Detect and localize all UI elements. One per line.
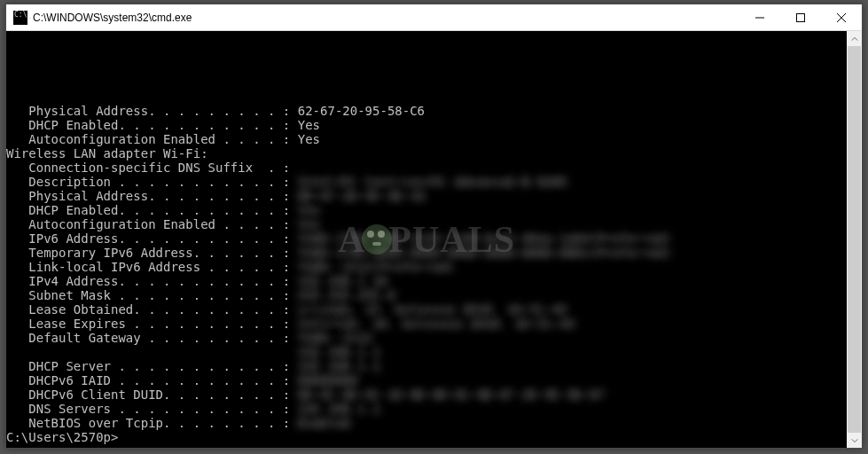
field-label: NetBIOS over Tcpip. . . . . . . . :	[6, 416, 298, 430]
field-value: 08-67-20-95-58-C6	[298, 189, 425, 203]
scroll-up-button[interactable]	[847, 31, 862, 46]
field-label: IPv6 Address. . . . . . . . . . . :	[6, 231, 298, 246]
field-value: 192.168.1.1	[298, 359, 380, 373]
output-row: DHCP Enabled. . . . . . . . . . . : Yes	[6, 118, 847, 132]
field-label: Temporary IPv6 Address. . . . . . :	[6, 246, 298, 260]
field-value: Intel(R) Centrino(R) Advanced-N 6205	[298, 175, 567, 189]
field-value: 00000000	[298, 373, 357, 387]
field-value: fe80::1%12	[298, 331, 372, 345]
command-prompt-window: C:\WINDOWS\system32\cmd.exe Physical Add…	[5, 4, 863, 449]
field-label: Physical Address. . . . . . . . . :	[6, 104, 298, 118]
terminal-output[interactable]: Physical Address. . . . . . . . . : 62-6…	[6, 31, 847, 448]
field-label: Subnet Mask . . . . . . . . . . . :	[6, 288, 298, 302]
maximize-button[interactable]	[780, 4, 821, 31]
output-row: NetBIOS over Tcpip. . . . . . . . : Enab…	[6, 416, 847, 430]
minimize-button[interactable]	[739, 4, 780, 31]
output-row: Subnet Mask . . . . . . . . . . . : 255.…	[6, 288, 847, 302]
field-value: Yes	[298, 118, 320, 132]
output-row: Default Gateway . . . . . . . . . : fe80…	[6, 331, 847, 345]
field-label: Connection-specific DNS Suffix . :	[6, 160, 298, 175]
field-value: Yes	[298, 217, 320, 231]
output-row: Autoconfiguration Enabled . . . . : Yes	[6, 217, 847, 231]
field-label: Default Gateway . . . . . . . . . :	[6, 331, 298, 345]
field-value: 00-01-00-01-10-00-00-01-08-67-20-95-58-6…	[298, 387, 605, 402]
field-label: IPv4 Address. . . . . . . . . . . :	[6, 274, 298, 288]
output-row: Autoconfiguration Enabled . . . . : Yes	[6, 132, 847, 146]
output-row: Physical Address. . . . . . . . . : 62-6…	[6, 104, 847, 118]
vertical-scrollbar[interactable]	[847, 31, 862, 448]
field-value: Yes	[298, 132, 320, 146]
field-value: fe80:1700:7300:3120:7140:be15:40aa:1ab4(…	[298, 231, 671, 246]
output-row: DHCPv6 Client DUID. . . . . . . . : 00-0…	[6, 387, 847, 402]
output-row: Lease Obtained. . . . . . . . . . : srij…	[6, 302, 847, 317]
window-title: C:\WINDOWS\system32\cmd.exe	[33, 12, 192, 24]
field-value: Enabled	[298, 416, 350, 430]
output-row: DHCPv6 IAID . . . . . . . . . . . : 0000…	[6, 373, 847, 387]
titlebar[interactable]: C:\WINDOWS\system32\cmd.exe	[6, 4, 862, 31]
output-row: Temporary IPv6 Address. . . . . . : fe80…	[6, 246, 847, 260]
field-label: Physical Address. . . . . . . . . :	[6, 189, 298, 203]
output-row: IPv4 Address. . . . . . . . . . . : 192.…	[6, 274, 847, 288]
field-value: 192.168.1.1	[298, 402, 380, 416]
output-row: Connection-specific DNS Suffix . :	[6, 160, 847, 175]
field-label: DHCP Enabled. . . . . . . . . . . :	[6, 203, 298, 217]
field-value: fe80::1%12(Preferred)	[298, 260, 455, 274]
output-line: C:\Users\2570p>	[6, 430, 847, 444]
output-row: DHCP Server . . . . . . . . . . . : 192.…	[6, 359, 847, 373]
field-label: Autoconfiguration Enabled . . . . :	[6, 217, 298, 231]
field-value: 192.168.1.10	[298, 274, 387, 288]
field-label: Link-local IPv6 Address . . . . . :	[6, 260, 298, 274]
field-label: Lease Obtained. . . . . . . . . . :	[6, 302, 298, 317]
scroll-track[interactable]	[847, 46, 862, 433]
svg-rect-0	[797, 13, 805, 21]
field-label: DNS Servers . . . . . . . . . . . :	[6, 402, 298, 416]
field-value: četvrtak, 16. kolovoza 2018. 10:51:43	[298, 317, 575, 331]
output-row: DNS Servers . . . . . . . . . . . : 192.…	[6, 402, 847, 416]
field-label: Lease Expires . . . . . . . . . . :	[6, 317, 298, 331]
scroll-down-button[interactable]	[847, 433, 862, 448]
cmd-icon	[13, 11, 27, 25]
field-value: 255.255.255.0	[298, 288, 395, 302]
field-label: Description . . . . . . . . . . . :	[6, 175, 298, 189]
field-label	[6, 345, 298, 359]
field-value: Yes	[298, 203, 320, 217]
field-value: srijeda, 15. kolovoza 2018. 10:51:43	[298, 302, 567, 317]
field-label: DHCP Enabled. . . . . . . . . . . :	[6, 118, 298, 132]
field-value: 62-67-20-95-58-C6	[298, 104, 425, 118]
output-row: Lease Expires . . . . . . . . . . : četv…	[6, 317, 847, 331]
scroll-thumb[interactable]	[848, 46, 861, 433]
field-value: 192.168.1.1	[298, 345, 380, 359]
output-row: DHCP Enabled. . . . . . . . . . . : Yes	[6, 203, 847, 217]
field-label: DHCPv6 IAID . . . . . . . . . . . :	[6, 373, 298, 387]
close-button[interactable]	[821, 4, 862, 31]
field-label: DHCPv6 Client DUID. . . . . . . . :	[6, 387, 298, 402]
output-row: Description . . . . . . . . . . . : Inte…	[6, 175, 847, 189]
client-area: Physical Address. . . . . . . . . : 62-6…	[6, 31, 862, 448]
output-line: Wireless LAN adapter Wi-Fi:	[6, 146, 847, 160]
output-row: IPv6 Address. . . . . . . . . . . : fe80…	[6, 231, 847, 246]
output-row: Physical Address. . . . . . . . . : 08-6…	[6, 189, 847, 203]
field-label: DHCP Server . . . . . . . . . . . :	[6, 359, 298, 373]
output-row: Link-local IPv6 Address . . . . . : fe80…	[6, 260, 847, 274]
field-label: Autoconfiguration Enabled . . . . :	[6, 132, 298, 146]
field-value: fe80:1700:0000:0000:0000:0000:0000:0001(…	[298, 246, 671, 260]
output-row: 192.168.1.1	[6, 345, 847, 359]
